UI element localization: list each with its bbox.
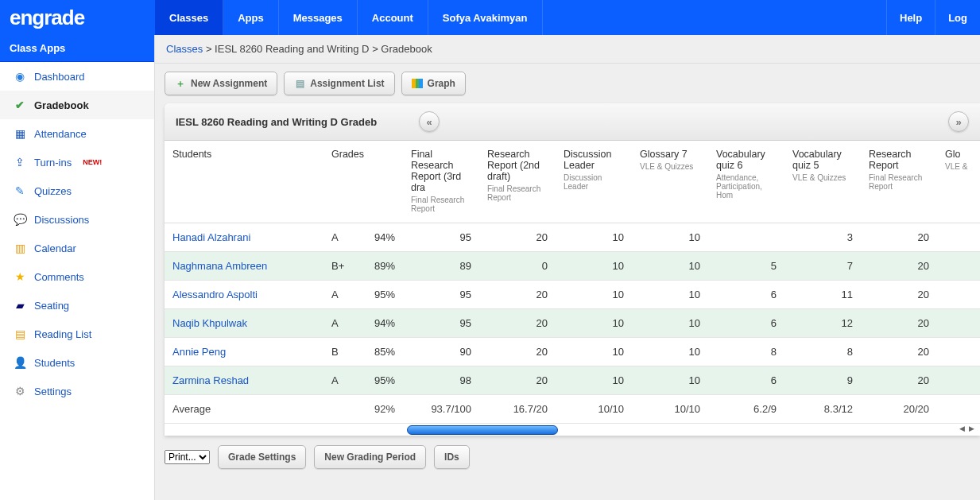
horizontal-scrollbar[interactable]: ◀ ▶ xyxy=(165,423,980,436)
score-cell[interactable]: 89 xyxy=(403,252,479,281)
score-cell[interactable]: 20 xyxy=(861,338,937,366)
sidebar-item-calendar[interactable]: ▥ Calendar xyxy=(0,234,154,262)
score-cell[interactable]: 10 xyxy=(632,366,708,395)
score-cell[interactable]: 6 xyxy=(708,366,784,395)
score-cell[interactable]: 20 xyxy=(861,281,937,309)
scroll-track[interactable] xyxy=(407,425,956,435)
student-link[interactable]: Zarmina Reshad xyxy=(172,374,249,386)
score-cell[interactable]: 20 xyxy=(479,281,556,309)
sidebar-item-quizzes[interactable]: ✎ Quizzes xyxy=(0,176,154,205)
average-score-cell: 16.7/20 xyxy=(479,395,556,424)
score-cell[interactable]: 3 xyxy=(784,223,861,252)
score-cell[interactable]: 95 xyxy=(403,281,479,309)
nav-log[interactable]: Log xyxy=(935,0,980,35)
score-cell[interactable]: 20 xyxy=(861,366,937,395)
score-cell[interactable]: 10 xyxy=(556,338,632,366)
student-link[interactable]: Hanadi Alzahrani xyxy=(172,231,250,243)
sidebar-item-attendance[interactable]: ▦ Attendance xyxy=(0,119,154,148)
score-cell[interactable] xyxy=(937,366,980,395)
panel-title: IESL 8260 Reading and Writing D Gradeb xyxy=(176,116,414,128)
scroll-right-arrow[interactable]: ▶ xyxy=(969,424,977,432)
col-assignment[interactable]: Vocabulary quiz 6Attendance, Participati… xyxy=(708,141,784,223)
score-cell[interactable]: 10 xyxy=(556,309,632,338)
score-cell[interactable] xyxy=(937,281,980,309)
nav-classes[interactable]: Classes xyxy=(155,0,223,35)
breadcrumb-root[interactable]: Classes xyxy=(166,43,203,55)
assignment-list-button[interactable]: ▤ Assignment List xyxy=(284,72,394,95)
scroll-left-arrow[interactable]: ◀ xyxy=(959,424,967,432)
sidebar-item-dashboard[interactable]: ◉ Dashboard xyxy=(0,62,154,91)
score-cell[interactable]: 20 xyxy=(861,309,937,338)
sidebar-item-students[interactable]: 👤 Students xyxy=(0,348,154,377)
score-cell[interactable] xyxy=(937,338,980,366)
score-cell[interactable]: 10 xyxy=(632,309,708,338)
new-assignment-button[interactable]: ＋ New Assignment xyxy=(165,72,277,95)
score-cell[interactable]: 9 xyxy=(784,366,861,395)
score-cell[interactable] xyxy=(937,309,980,338)
sidebar-item-discussions[interactable]: 💬 Discussions xyxy=(0,205,154,234)
scroll-thumb[interactable] xyxy=(407,425,558,435)
col-assignment[interactable]: Research ReportFinal Research Report xyxy=(861,141,937,223)
student-link[interactable]: Annie Peng xyxy=(172,346,226,358)
score-cell[interactable]: 10 xyxy=(632,252,708,281)
grade-settings-button[interactable]: Grade Settings xyxy=(218,445,306,469)
student-link[interactable]: Naqib Khpulwak xyxy=(172,317,247,329)
col-assignment[interactable]: Vocabulary quiz 5VLE & Quizzes xyxy=(784,141,861,223)
score-cell[interactable]: 10 xyxy=(632,223,708,252)
col-assignment[interactable]: Discussion LeaderDiscussion Leader xyxy=(556,141,632,223)
score-cell[interactable]: 0 xyxy=(479,252,556,281)
sidebar-item-gradebook[interactable]: ✔ Gradebook xyxy=(0,91,154,119)
new-grading-period-button[interactable]: New Grading Period xyxy=(314,445,426,469)
sidebar-item-seating[interactable]: ▰ Seating xyxy=(0,291,154,320)
score-cell[interactable] xyxy=(708,223,784,252)
score-cell[interactable]: 10 xyxy=(632,338,708,366)
score-cell[interactable]: 95 xyxy=(403,223,479,252)
score-cell[interactable]: 10 xyxy=(556,281,632,309)
score-cell[interactable]: 20 xyxy=(479,338,556,366)
score-cell[interactable]: 95 xyxy=(403,309,479,338)
nav-user[interactable]: Sofya Avakimyan xyxy=(428,0,543,35)
print-select[interactable]: Print... xyxy=(165,450,210,464)
sidebar-item-reading[interactable]: ▤ Reading List xyxy=(0,320,154,348)
score-cell[interactable]: 90 xyxy=(403,338,479,366)
score-cell[interactable]: 11 xyxy=(784,281,861,309)
score-cell[interactable]: 6 xyxy=(708,309,784,338)
score-cell[interactable]: 20 xyxy=(861,223,937,252)
score-cell[interactable]: 5 xyxy=(708,252,784,281)
sidebar-item-comments[interactable]: ★ Comments xyxy=(0,262,154,291)
score-cell[interactable] xyxy=(937,223,980,252)
score-cell[interactable]: 10 xyxy=(556,366,632,395)
score-cell[interactable]: 10 xyxy=(556,252,632,281)
score-cell[interactable]: 7 xyxy=(784,252,861,281)
score-cell[interactable]: 10 xyxy=(556,223,632,252)
scroll-prev-button[interactable]: « xyxy=(419,111,440,132)
nav-messages[interactable]: Messages xyxy=(279,0,358,35)
col-assignment[interactable]: Final Research Report (3rd draFinal Rese… xyxy=(403,141,479,223)
score-cell[interactable]: 20 xyxy=(861,252,937,281)
score-cell[interactable]: 98 xyxy=(403,366,479,395)
score-cell[interactable] xyxy=(937,252,980,281)
col-students[interactable]: Students xyxy=(165,141,323,223)
student-link[interactable]: Naghmana Ambreen xyxy=(172,260,267,272)
col-assignment[interactable]: Research Report (2nd draft)Final Researc… xyxy=(479,141,556,223)
col-grades[interactable]: Grades xyxy=(323,141,403,223)
score-cell[interactable]: 8 xyxy=(708,338,784,366)
col-assignment[interactable]: GloVLE & xyxy=(937,141,980,223)
ids-button[interactable]: IDs xyxy=(434,445,470,469)
sidebar-item-turnins[interactable]: ⇪ Turn-ins NEW! xyxy=(0,148,154,176)
score-cell[interactable]: 6 xyxy=(708,281,784,309)
scroll-next-button[interactable]: » xyxy=(948,111,969,132)
graph-button[interactable]: Graph xyxy=(401,72,466,95)
score-cell[interactable]: 12 xyxy=(784,309,861,338)
score-cell[interactable]: 20 xyxy=(479,366,556,395)
sidebar-item-settings[interactable]: ⚙ Settings xyxy=(0,377,154,405)
col-assignment[interactable]: Glossary 7VLE & Quizzes xyxy=(632,141,708,223)
score-cell[interactable]: 10 xyxy=(632,281,708,309)
student-link[interactable]: Alessandro Aspolti xyxy=(172,289,258,300)
score-cell[interactable]: 8 xyxy=(784,338,861,366)
nav-account[interactable]: Account xyxy=(358,0,428,35)
score-cell[interactable]: 20 xyxy=(479,309,556,338)
score-cell[interactable]: 20 xyxy=(479,223,556,252)
nav-help[interactable]: Help xyxy=(886,0,935,35)
nav-apps[interactable]: Apps xyxy=(223,0,279,35)
